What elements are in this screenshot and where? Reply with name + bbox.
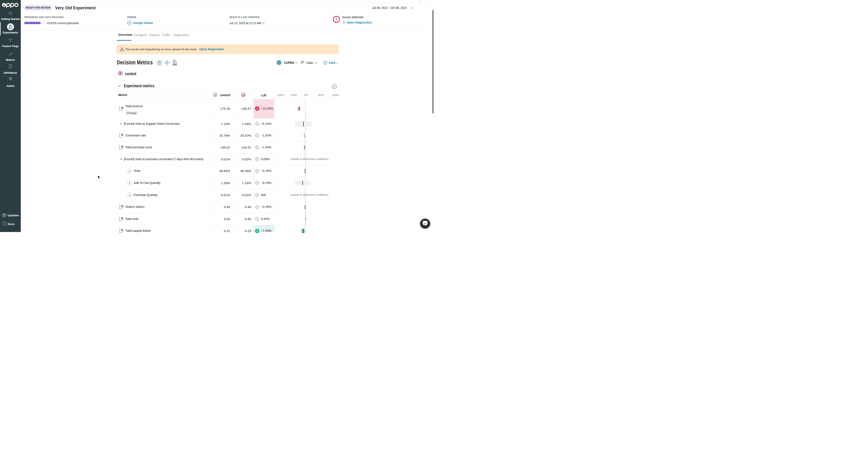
svg-text:?: ?	[3, 222, 5, 225]
